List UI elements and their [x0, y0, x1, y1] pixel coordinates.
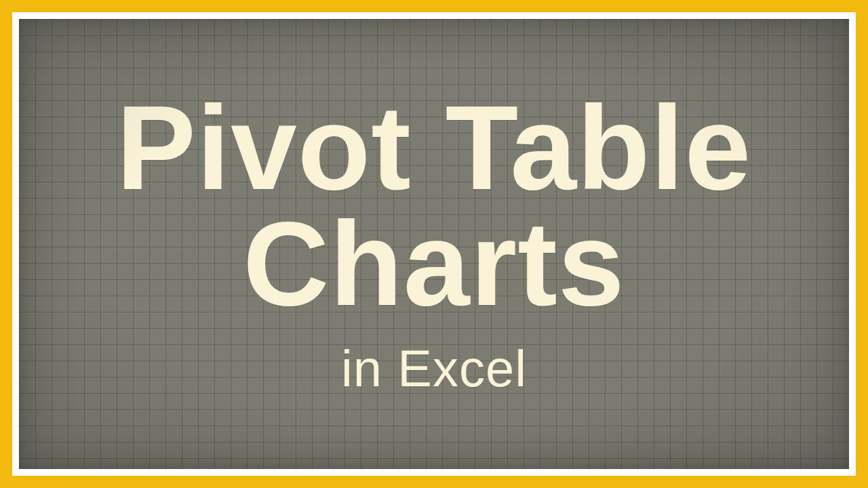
subtitle-text: in Excel	[341, 339, 527, 398]
title-text: Pivot TableCharts	[117, 90, 752, 321]
title-line-1: Pivot Table	[117, 81, 752, 214]
title-line-2: Charts	[243, 197, 625, 330]
inner-frame: Pivot TableCharts in Excel	[12, 12, 856, 476]
outer-frame: Pivot TableCharts in Excel	[0, 0, 868, 488]
blackboard-panel: Pivot TableCharts in Excel	[19, 19, 849, 469]
